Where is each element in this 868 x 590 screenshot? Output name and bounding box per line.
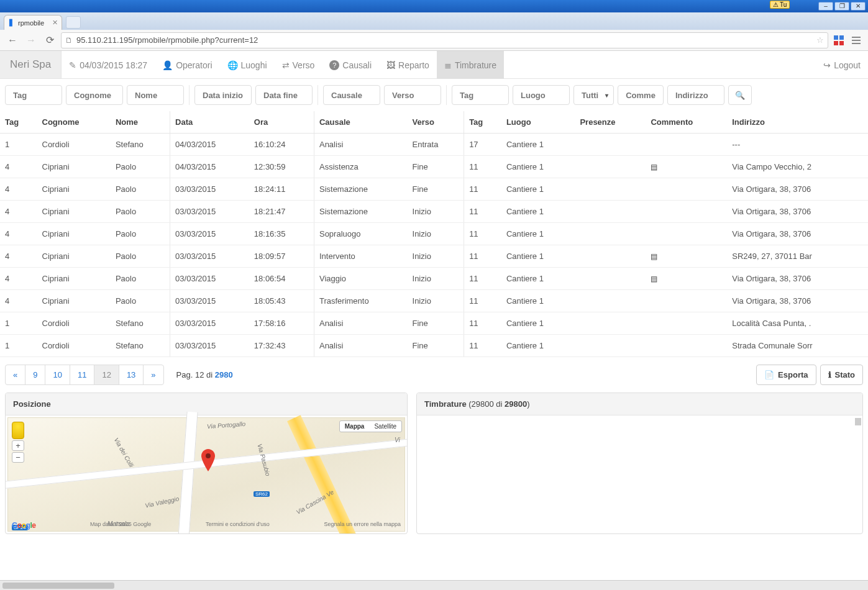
new-tab-button[interactable] — [66, 16, 81, 29]
logout-link[interactable]: ↪ Logout — [816, 51, 868, 79]
table-row[interactable]: 4CiprianiPaolo03/03/201518:16:35Sopraluo… — [0, 223, 868, 245]
clock-icon: ✎ — [69, 60, 76, 70]
luoghi-icon: 🌐 — [227, 60, 238, 70]
status-button[interactable]: ℹ Stato — [820, 365, 864, 385]
browser-menu-button[interactable] — [849, 34, 863, 47]
col-verso: Verso — [408, 111, 464, 134]
svg-point-4 — [206, 453, 211, 458]
col-tag2: Tag — [464, 111, 501, 134]
search-icon: 🔍 — [735, 91, 745, 100]
search-button[interactable]: 🔍 — [728, 85, 752, 105]
table-row[interactable]: 1CordioliStefano03/03/201517:58:16Analis… — [0, 312, 868, 335]
os-close-button[interactable]: ✕ — [851, 2, 866, 11]
filter-tag[interactable]: Tag — [5, 85, 62, 105]
pager-page-9[interactable]: 9 — [25, 365, 45, 384]
col-cognome: Cognome — [37, 111, 111, 134]
table-row[interactable]: 4CiprianiPaolo03/03/201518:06:54ViaggioI… — [0, 268, 868, 290]
filter-presenze[interactable]: Tutti — [573, 85, 614, 105]
nav-item-verso[interactable]: ⇄Verso — [275, 51, 322, 79]
bookmark-star-icon[interactable]: ☆ — [816, 35, 824, 45]
filter-verso[interactable]: Verso — [384, 85, 441, 105]
filter-luogo[interactable]: Luogo — [513, 85, 570, 105]
table-row[interactable]: 1CordioliStefano04/03/201516:10:24Analis… — [0, 134, 868, 156]
nav-item-reparto[interactable]: 🖼Reparto — [379, 51, 437, 79]
zoom-out-button[interactable]: − — [12, 452, 24, 463]
note-icon[interactable]: ▤ — [651, 252, 657, 261]
panel-scrollbar[interactable] — [855, 418, 861, 425]
filter-cognome[interactable]: Cognome — [66, 85, 123, 105]
filter-causale[interactable]: Causale — [323, 85, 380, 105]
browser-toolbar: ← → ⟳ 🗋 95.110.211.195/rpmobile/rpmobile… — [0, 30, 868, 51]
os-maximize-button[interactable]: ❐ — [834, 2, 849, 11]
col-data: Data — [170, 111, 249, 134]
nav-item-timbrature[interactable]: ≣Timbrature — [437, 51, 504, 79]
map-type-map[interactable]: Mappa — [340, 421, 370, 432]
map[interactable]: Via Portogallo Via Pasubio Via dei Colli… — [8, 418, 404, 531]
table-row[interactable]: 4CiprianiPaolo03/03/201518:24:11Sistemaz… — [0, 178, 868, 201]
verso-icon: ⇄ — [282, 60, 290, 70]
svg-rect-2 — [834, 41, 838, 45]
col-tag: Tag — [0, 111, 37, 134]
table-row[interactable]: 4CiprianiPaolo04/03/201512:30:59Assisten… — [0, 156, 868, 178]
pager-next[interactable]: » — [144, 365, 163, 384]
export-button[interactable]: 📄 Esporta — [756, 365, 816, 385]
filter-tag2[interactable]: Tag — [452, 85, 509, 105]
extension-icon[interactable] — [832, 34, 846, 47]
google-logo: Google — [12, 521, 35, 530]
pager-page-13[interactable]: 13 — [119, 365, 144, 384]
app-navbar: Neri Spa ✎ 04/03/2015 18:27 👤Operatori🌐L… — [0, 51, 868, 79]
os-minimize-button[interactable]: – — [818, 2, 833, 11]
os-titlebar: ⚠ Tu – ❐ ✕ — [0, 0, 868, 12]
pager-page-11[interactable]: 11 — [70, 365, 94, 384]
note-icon[interactable]: ▤ — [651, 163, 657, 171]
pegman-icon[interactable] — [12, 422, 24, 439]
panel-posizione: Posizione Via Portogallo Via Pasubio Via… — [5, 393, 408, 534]
brand-label: Neri Spa — [0, 51, 62, 78]
filter-indirizzo[interactable]: Indirizzo — [667, 85, 724, 105]
back-button[interactable]: ← — [5, 33, 20, 48]
map-terms-link[interactable]: Termini e condizioni d'uso — [206, 521, 270, 530]
map-marker-icon — [201, 449, 216, 473]
nav-item-luoghi[interactable]: 🌐Luoghi — [220, 51, 275, 79]
filter-data-fine[interactable]: Data fine — [255, 85, 313, 105]
svg-rect-1 — [839, 35, 844, 40]
zoom-in-button[interactable]: + — [12, 440, 24, 451]
filter-commento[interactable]: Comme — [618, 85, 664, 105]
table-row[interactable]: 4CiprianiPaolo03/03/201518:09:57Interven… — [0, 245, 868, 268]
favicon-icon: ▋ — [9, 19, 14, 26]
horizontal-scrollbar[interactable] — [0, 580, 868, 590]
pager-page-10[interactable]: 10 — [45, 365, 70, 384]
pagination: «910111213» — [5, 365, 164, 385]
panel-timbrature: Timbrature (29800 di 29800) — [416, 393, 863, 534]
pager-page-12: 12 — [94, 365, 119, 384]
panel-timbrature-title: Timbrature (29800 di 29800) — [417, 393, 862, 415]
timbrature-icon: ≣ — [444, 60, 452, 70]
filter-data-inizio[interactable]: Data inizio — [194, 85, 252, 105]
panel-posizione-title: Posizione — [6, 393, 407, 415]
forward-button[interactable]: → — [24, 33, 39, 48]
map-report-link[interactable]: Segnala un errore nella mappa — [324, 521, 401, 530]
tab-close-icon[interactable]: ✕ — [52, 19, 58, 27]
info-icon: ℹ — [828, 370, 831, 379]
col-ora: Ora — [249, 111, 314, 134]
page-info: Pag. 12 di 2980 — [169, 365, 240, 384]
nav-item-operatori[interactable]: 👤Operatori — [155, 51, 219, 79]
browser-tab[interactable]: ▋ rpmobile ✕ — [4, 15, 62, 30]
reparto-icon: 🖼 — [386, 60, 395, 70]
col-luogo: Luogo — [501, 111, 575, 134]
tab-title: rpmobile — [18, 19, 44, 27]
pager-prev[interactable]: « — [6, 365, 25, 384]
page-icon: 🗋 — [65, 36, 73, 45]
address-bar[interactable]: 🗋 95.110.211.195/rpmobile/rpmobile.php?c… — [61, 32, 828, 48]
note-icon[interactable]: ▤ — [651, 275, 657, 283]
nav-item-causali[interactable]: ?Causali — [322, 51, 379, 79]
table-row[interactable]: 4CiprianiPaolo03/03/201518:05:43Trasferi… — [0, 290, 868, 312]
reload-button[interactable]: ⟳ — [42, 33, 57, 48]
table-row[interactable]: 4CiprianiPaolo03/03/201518:21:47Sistemaz… — [0, 201, 868, 223]
table-row[interactable]: 1CordioliStefano03/03/201517:32:43Analis… — [0, 335, 868, 357]
map-type-toggle[interactable]: Mappa Satellite — [339, 420, 402, 432]
map-type-satellite[interactable]: Satellite — [369, 421, 401, 432]
filter-nome[interactable]: Nome — [127, 85, 184, 105]
browser-tab-strip: ▋ rpmobile ✕ — [0, 12, 868, 30]
operatori-icon: 👤 — [162, 60, 173, 70]
